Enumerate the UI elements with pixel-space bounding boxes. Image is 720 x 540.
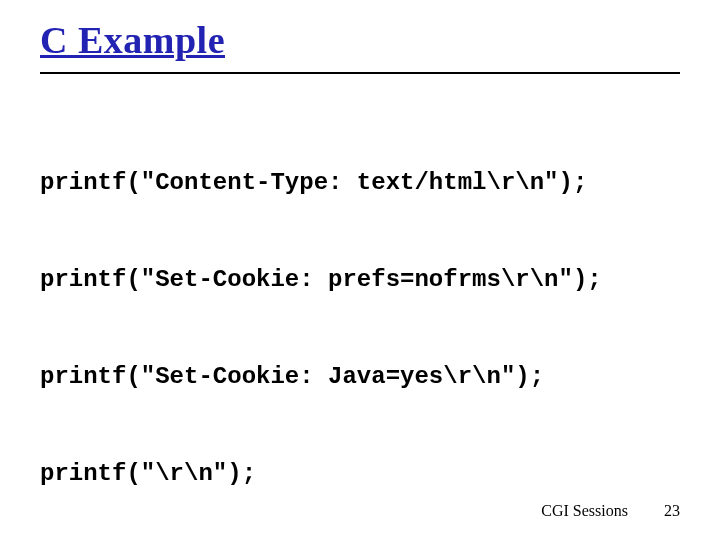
footer-label: CGI Sessions (541, 502, 628, 519)
code-block: printf("Content-Type: text/html\r\n"); p… (40, 102, 680, 540)
code-line: printf("Set-Cookie: prefs=nofrms\r\n"); (40, 264, 680, 296)
code-line: printf("\r\n"); (40, 458, 680, 490)
footer-page-number: 23 (664, 502, 680, 519)
slide-title: C Example (40, 18, 680, 64)
title-underline-rule (40, 72, 680, 74)
slide: C Example printf("Content-Type: text/htm… (0, 0, 720, 540)
slide-footer: CGI Sessions 23 (541, 502, 680, 520)
code-line: printf("Set-Cookie: Java=yes\r\n"); (40, 361, 680, 393)
code-line: printf("Content-Type: text/html\r\n"); (40, 167, 680, 199)
